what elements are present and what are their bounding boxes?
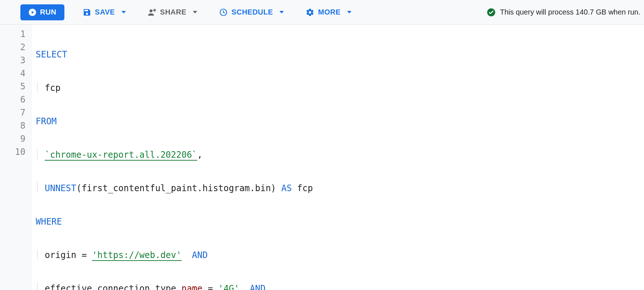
share-icon xyxy=(148,8,156,17)
clock-icon xyxy=(219,8,228,17)
run-label: RUN xyxy=(40,8,56,16)
validation-msg: This query will process 140.7 GB when ru… xyxy=(500,8,640,16)
gear-icon xyxy=(306,8,314,17)
save-icon xyxy=(83,8,91,17)
chevron-down-icon xyxy=(347,11,351,13)
chevron-down-icon xyxy=(122,11,126,13)
save-button[interactable]: SAVE xyxy=(83,8,126,17)
chevron-down-icon xyxy=(279,11,284,13)
check-circle-icon xyxy=(487,8,496,17)
more-button[interactable]: MORE xyxy=(306,8,351,17)
chevron-down-icon xyxy=(193,11,197,13)
sql-code[interactable]: SELECT fcp FROM `chrome-ux-report.all.20… xyxy=(32,25,313,290)
line-gutter: 12345678910 xyxy=(0,25,32,290)
share-button[interactable]: SHARE xyxy=(148,8,198,17)
play-icon xyxy=(28,8,36,16)
query-toolbar: RUN SAVE SHARE SCHEDULE MORE This query … xyxy=(0,0,644,25)
sql-editor[interactable]: 12345678910 SELECT fcp FROM `chrome-ux-r… xyxy=(0,25,644,290)
query-validation: This query will process 140.7 GB when ru… xyxy=(487,8,640,17)
schedule-button[interactable]: SCHEDULE xyxy=(219,8,284,17)
run-button[interactable]: RUN xyxy=(20,4,64,20)
svg-point-2 xyxy=(150,9,152,12)
